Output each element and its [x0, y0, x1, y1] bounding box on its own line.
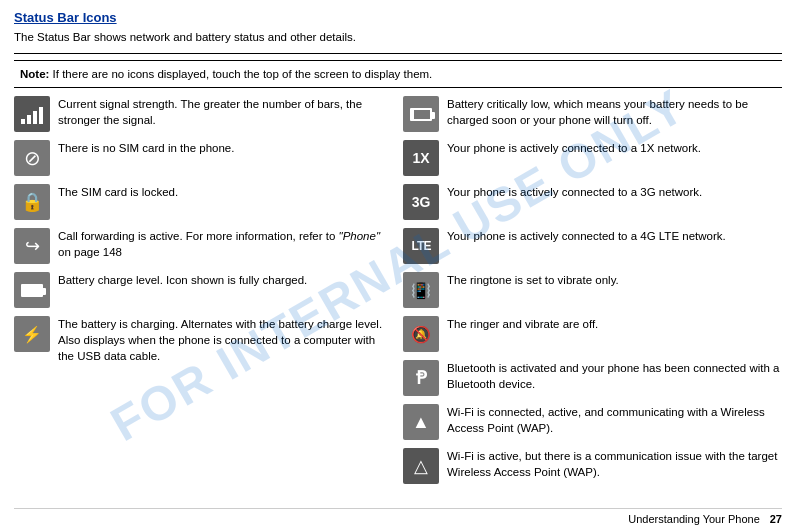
1x-network-icon: 1X — [403, 140, 439, 176]
call-forward-icon: ↪ — [14, 228, 50, 264]
vibrate-icon: 📳 — [403, 272, 439, 308]
list-item: ▲ Wi-Fi is connected, active, and commun… — [403, 404, 782, 440]
list-item: ⚡ The battery is charging. Alternates wi… — [14, 316, 393, 364]
list-item: Battery charge level. Icon shown is full… — [14, 272, 393, 308]
battery-low-icon — [403, 96, 439, 132]
list-item: LTE Your phone is actively connected to … — [403, 228, 782, 264]
battery-charging-desc: The battery is charging. Alternates with… — [58, 316, 393, 364]
wifi-issue-icon: △ — [403, 448, 439, 484]
list-item: ⊘ There is no SIM card in the phone. — [14, 140, 393, 176]
signal-desc: Current signal strength. The greater the… — [58, 96, 393, 128]
list-item: 3G Your phone is actively connected to a… — [403, 184, 782, 220]
list-item: Ᵽ Bluetooth is activated and your phone … — [403, 360, 782, 396]
note-text: If there are no icons displayed, touch t… — [49, 68, 432, 80]
3g-network-desc: Your phone is actively connected to a 3G… — [447, 184, 782, 200]
left-column: Current signal strength. The greater the… — [14, 96, 393, 504]
wifi-issue-desc: Wi-Fi is active, but there is a communic… — [447, 448, 782, 480]
battery-low-desc: Battery critically low, which means your… — [447, 96, 782, 128]
list-item: 🔒 The SIM card is locked. — [14, 184, 393, 220]
lte-network-icon: LTE — [403, 228, 439, 264]
note-label: Note: — [20, 68, 49, 80]
1x-network-desc: Your phone is actively connected to a 1X… — [447, 140, 782, 156]
locked-sim-desc: The SIM card is locked. — [58, 184, 393, 200]
wifi-ok-icon: ▲ — [403, 404, 439, 440]
call-forward-desc: Call forwarding is active. For more info… — [58, 228, 393, 260]
vibrate-desc: The ringtone is set to vibrate only. — [447, 272, 782, 288]
lte-network-desc: Your phone is actively connected to a 4G… — [447, 228, 782, 244]
footer-label: Understanding Your Phone — [628, 513, 760, 525]
footer-bar: Understanding Your Phone 27 — [14, 508, 782, 529]
page-container: Status Bar Icons The Status Bar shows ne… — [0, 0, 796, 529]
list-item: Current signal strength. The greater the… — [14, 96, 393, 132]
list-item: 📳 The ringtone is set to vibrate only. — [403, 272, 782, 308]
bluetooth-icon: Ᵽ — [403, 360, 439, 396]
list-item: 🔕 The ringer and vibrate are off. — [403, 316, 782, 352]
3g-network-icon: 3G — [403, 184, 439, 220]
wifi-ok-desc: Wi-Fi is connected, active, and communic… — [447, 404, 782, 436]
signal-strength-icon — [14, 96, 50, 132]
list-item: Battery critically low, which means your… — [403, 96, 782, 132]
note-box: Note: If there are no icons displayed, t… — [14, 60, 782, 88]
battery-charging-icon: ⚡ — [14, 316, 50, 352]
two-col-layout: Current signal strength. The greater the… — [14, 96, 782, 504]
right-column: Battery critically low, which means your… — [403, 96, 782, 504]
page-title: Status Bar Icons — [14, 10, 782, 25]
ringer-off-icon: 🔕 — [403, 316, 439, 352]
intro-text: The Status Bar shows network and battery… — [14, 29, 782, 45]
no-sim-icon: ⊘ — [14, 140, 50, 176]
list-item: ↪ Call forwarding is active. For more in… — [14, 228, 393, 264]
battery-full-icon — [14, 272, 50, 308]
bluetooth-desc: Bluetooth is activated and your phone ha… — [447, 360, 782, 392]
footer-page: 27 — [770, 513, 782, 525]
ringer-off-desc: The ringer and vibrate are off. — [447, 316, 782, 332]
no-sim-desc: There is no SIM card in the phone. — [58, 140, 393, 156]
list-item: △ Wi-Fi is active, but there is a commun… — [403, 448, 782, 484]
list-item: 1X Your phone is actively connected to a… — [403, 140, 782, 176]
locked-sim-icon: 🔒 — [14, 184, 50, 220]
battery-full-desc: Battery charge level. Icon shown is full… — [58, 272, 393, 288]
divider — [14, 53, 782, 54]
